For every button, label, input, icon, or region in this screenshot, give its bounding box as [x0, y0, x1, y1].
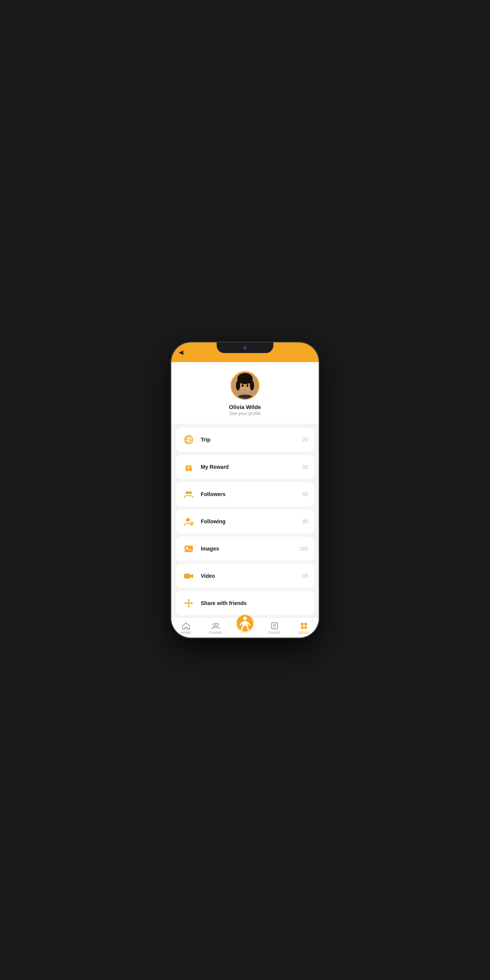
- reward-count: 02: [302, 464, 308, 470]
- svg-point-7: [246, 385, 249, 387]
- svg-rect-20: [184, 574, 190, 579]
- globe-icon: [182, 433, 195, 447]
- svg-point-4: [236, 381, 240, 390]
- followers-count: 50: [302, 491, 308, 497]
- svg-point-21: [187, 602, 190, 604]
- gift-icon: [182, 460, 195, 474]
- nav-chums-label: CHUMS: [209, 631, 222, 635]
- svg-point-22: [185, 602, 187, 604]
- video-label: Video: [201, 573, 302, 579]
- profile-name: Olivia Wilde: [229, 404, 261, 410]
- svg-rect-18: [184, 546, 193, 552]
- front-camera: [243, 346, 247, 350]
- svg-point-24: [188, 599, 190, 601]
- svg-point-23: [191, 602, 193, 604]
- svg-point-5: [250, 381, 254, 390]
- video-count: 05: [302, 573, 308, 579]
- screen-content: Olivia Wilde See your profile Trip 20: [171, 362, 319, 638]
- svg-rect-40: [304, 623, 307, 625]
- nav-menu-label: MENU: [299, 631, 310, 635]
- following-icon: [182, 515, 195, 528]
- followers-label: Followers: [201, 491, 302, 497]
- menu-item-trip[interactable]: Trip 20: [176, 428, 314, 452]
- svg-point-15: [189, 491, 192, 494]
- profile-subtitle: See your profile: [229, 411, 261, 416]
- profile-section: Olivia Wilde See your profile: [171, 362, 319, 424]
- followers-icon: [182, 487, 195, 501]
- svg-rect-41: [301, 626, 304, 629]
- nav-home-label: HOME: [181, 631, 192, 635]
- following-count: 85: [302, 519, 308, 525]
- svg-point-35: [213, 624, 216, 626]
- nav-chums[interactable]: CHUMS: [201, 618, 230, 638]
- images-label: Images: [201, 546, 300, 552]
- nav-guide-label: GUIDE: [268, 631, 280, 635]
- status-bar: ◄: [171, 342, 319, 362]
- share-label: Share with friends: [201, 600, 308, 606]
- svg-point-36: [216, 624, 219, 626]
- menu-item-my-reward[interactable]: My Reward 02: [176, 455, 314, 479]
- svg-point-25: [188, 605, 190, 607]
- reward-label: My Reward: [201, 464, 302, 470]
- video-icon: [182, 569, 195, 583]
- svg-point-6: [242, 385, 244, 387]
- menu-list: Trip 20 My Reward: [171, 424, 319, 638]
- nav-home[interactable]: HOME: [171, 618, 201, 638]
- nav-center[interactable]: [230, 618, 260, 638]
- svg-rect-39: [301, 623, 304, 625]
- menu-item-video[interactable]: Video 05: [176, 564, 314, 588]
- menu-item-images[interactable]: Images 185: [176, 536, 314, 561]
- menu-item-share[interactable]: Share with friends: [176, 591, 314, 615]
- menu-item-followers[interactable]: Followers 50: [176, 482, 314, 506]
- svg-rect-42: [304, 626, 307, 629]
- images-count: 185: [300, 546, 308, 552]
- image-icon: [182, 542, 195, 555]
- phone-frame: ◄: [171, 342, 319, 638]
- nav-menu[interactable]: MENU: [289, 618, 319, 638]
- trip-count: 20: [302, 437, 308, 443]
- trip-label: Trip: [201, 437, 302, 443]
- share-icon: [182, 596, 195, 610]
- svg-point-16: [186, 518, 190, 522]
- menu-item-following[interactable]: Following 85: [176, 509, 314, 533]
- notch: [217, 342, 273, 353]
- following-label: Following: [201, 519, 302, 525]
- back-button[interactable]: ◄: [177, 348, 185, 357]
- avatar[interactable]: [231, 371, 259, 400]
- svg-point-37: [243, 617, 246, 620]
- nav-guide[interactable]: GUIDE: [260, 618, 289, 638]
- center-nav-icon: [237, 615, 253, 632]
- svg-point-14: [186, 491, 189, 494]
- bottom-navigation: HOME CHUMS: [171, 617, 319, 638]
